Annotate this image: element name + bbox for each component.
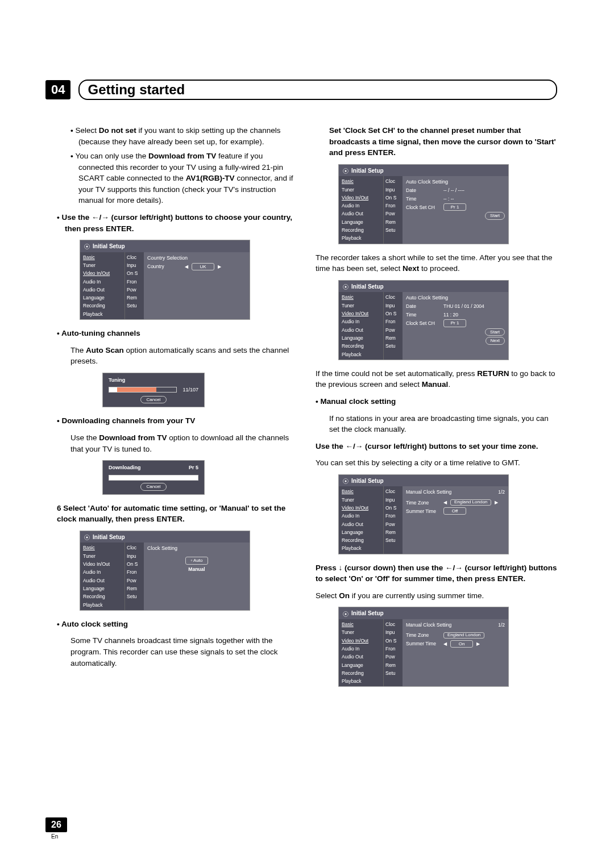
step-timezone: Use the ←/→ (cursor left/right) buttons … [316, 441, 557, 452]
right-column: Set 'Clock Set CH' to the channel preset… [316, 125, 557, 695]
settings-icon [342, 283, 349, 290]
heading-auto-clock: Auto clock setting [57, 619, 298, 630]
heading-download: Downloading channels from your TV [57, 415, 298, 427]
heading-auto-tuning: Auto-tuning channels [57, 328, 298, 339]
text-download: Use the Download from TV option to downl… [57, 432, 298, 454]
svg-point-1 [86, 246, 88, 248]
next-button[interactable]: Next [486, 337, 505, 345]
svg-point-11 [345, 613, 347, 615]
osd-auto-clock-set: Initial Setup BasicTunerVideo In/OutAudi… [338, 280, 509, 360]
text-return-manual: If the time could not be set automatical… [316, 368, 557, 390]
text-summer-on: Select On if you are currently using sum… [316, 590, 557, 602]
tuning-count: 11/107 [182, 386, 198, 394]
step-clock-set-ch: Set 'Clock Set CH' to the channel preset… [316, 125, 557, 158]
settings-icon [84, 243, 90, 250]
cancel-button[interactable]: Cancel [140, 396, 167, 404]
text-manual-clock: If no stations in your area are broadcas… [316, 413, 557, 435]
bullet-download-tv: You can only use the Download from TV fe… [70, 151, 298, 206]
osd-country-selection: Initial Setup BasicTunerVideo In/OutAudi… [80, 240, 250, 320]
page-number: 26 [45, 817, 67, 832]
start-button[interactable]: Start [485, 328, 505, 336]
svg-point-7 [345, 286, 347, 288]
page-language: En [45, 833, 67, 840]
svg-point-5 [345, 170, 347, 172]
osd-clock-setting: Initial Setup BasicTunerVideo In/OutAudi… [80, 531, 250, 611]
text-auto-clock: Some TV channels broadcast time signals … [57, 635, 298, 669]
chapter-header: 04 Getting started [45, 80, 557, 100]
osd-manual-clock-on: Initial Setup BasicTunerVideo In/OutAudi… [338, 607, 509, 687]
cancel-button[interactable]: Cancel [140, 483, 167, 491]
text-auto-scan: The Auto Scan option automatically scans… [57, 345, 298, 367]
text-recorder-wait: The recorder takes a short while to set … [316, 252, 557, 274]
settings-icon [342, 478, 349, 485]
osd-manual-clock-off: Initial Setup BasicTunerVideo In/OutAudi… [338, 474, 509, 554]
settings-icon [84, 534, 90, 541]
chapter-number: 04 [45, 80, 70, 99]
osd-menu: BasicTunerVideo In/OutAudio InAudio OutL… [80, 252, 125, 320]
page-footer: 26 En [45, 817, 67, 840]
osd-tuning: Tuning 11/107 Cancel [102, 373, 205, 408]
step-summer-time: Press ↓ (cursor down) then use the ←/→ (… [316, 562, 557, 585]
osd-downloading: DownloadingPr 5 Cancel [102, 460, 205, 495]
osd-submenu: ClocInpuOn SFronPowRemSetu [125, 252, 144, 320]
step-choose-country: Use the ←/→ (cursor left/right) buttons … [57, 212, 298, 234]
settings-icon [342, 168, 349, 174]
svg-point-9 [345, 481, 347, 482]
bullet-do-not-set: Select Do not set if you want to skip se… [70, 125, 298, 147]
page: 04 Getting started Select Do not set if … [0, 0, 614, 868]
settings-icon [342, 611, 349, 617]
osd-auto-clock-empty: Initial Setup BasicTunerVideo In/OutAudi… [338, 164, 509, 244]
start-button[interactable]: Start [485, 212, 505, 220]
chapter-title-wrap: Getting started [78, 80, 557, 100]
heading-manual-clock: Manual clock setting [316, 396, 557, 407]
svg-point-3 [86, 537, 88, 539]
chapter-title: Getting started [88, 82, 548, 98]
text-timezone: You can set this by selecting a city or … [316, 457, 557, 469]
left-column: Select Do not set if you want to skip se… [57, 125, 298, 695]
step-6: 6 Select 'Auto' for automatic time setti… [57, 503, 298, 525]
